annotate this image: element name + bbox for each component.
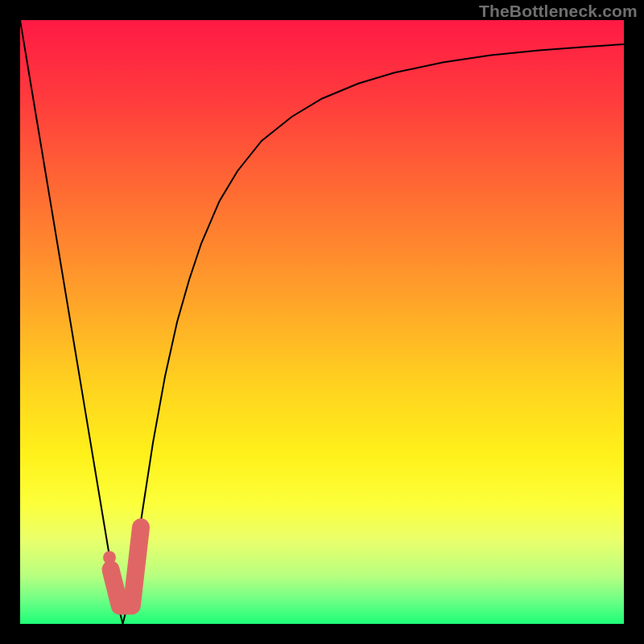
plot-area [20, 20, 624, 624]
optimal-marker-j [111, 527, 142, 606]
curve-layer [20, 20, 624, 624]
bottleneck-curve [20, 20, 624, 624]
optimal-marker-dot [103, 551, 116, 564]
chart-frame: TheBottleneck.com [0, 0, 644, 644]
watermark-text: TheBottleneck.com [479, 2, 638, 21]
